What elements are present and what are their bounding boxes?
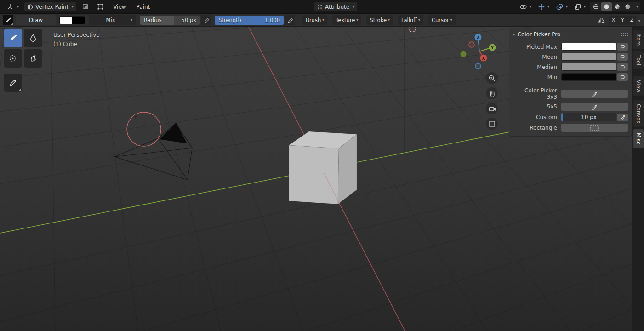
gizmo-neg-z-ball[interactable] (475, 63, 481, 69)
gizmos-dropdown[interactable]: ▾ (536, 2, 551, 11)
chevron-down-icon: ▾ (388, 18, 390, 22)
shading-material-button[interactable] (612, 2, 622, 11)
chevron-down-icon: ▾ (131, 18, 132, 22)
tab-misc[interactable]: Misc (633, 129, 644, 148)
row-label: Custom (513, 114, 557, 120)
face-mask-toggle[interactable] (79, 2, 91, 11)
panel-collapse-icon[interactable]: ▾ (513, 33, 515, 37)
paint-color-swatches (59, 16, 85, 24)
tool-settings-bar: Draw Mix ▾ Radius 50 px Strength 1.000 B… (0, 14, 644, 27)
popover-stroke[interactable]: Stroke▾ (366, 15, 393, 25)
brush-preview-button[interactable] (3, 15, 13, 25)
drag-handle-icon[interactable] (621, 33, 628, 36)
rectangle-select-button[interactable] (561, 124, 628, 132)
camera-view-button[interactable] (486, 103, 498, 114)
menu-paint[interactable]: Paint (133, 2, 154, 12)
custom-slider-indicator (561, 113, 563, 121)
attribute-label: Attribute (325, 4, 349, 10)
xray-dropdown[interactable]: ▾ (572, 2, 587, 11)
min-sample-button[interactable] (617, 73, 628, 81)
popover-brush[interactable]: Brush▾ (302, 15, 327, 25)
picker-row-3x3: Color Picker 3x3 (513, 87, 628, 100)
min-swatch[interactable] (561, 73, 616, 81)
sample-screen-icon (620, 54, 626, 60)
tool-blur-button[interactable] (24, 29, 42, 47)
popover-falloff[interactable]: Falloff▾ (398, 15, 423, 25)
editor-type-dropdown[interactable]: ▾ (4, 2, 22, 12)
shading-wireframe-button[interactable] (591, 2, 601, 11)
tab-view[interactable]: View (633, 76, 644, 96)
draw-brush-icon (8, 33, 18, 43)
visibility-dropdown[interactable]: ▾ (518, 2, 533, 11)
shading-options-dropdown[interactable]: ▾ (633, 4, 640, 10)
tool-draw-button[interactable] (4, 29, 22, 47)
radius-label: Radius (144, 17, 182, 23)
tab-canvas[interactable]: Canvas (633, 100, 644, 127)
gizmo-y-label: Y (490, 46, 494, 50)
mirror-z-button[interactable]: Z (627, 16, 636, 25)
radius-pressure-button[interactable] (201, 15, 211, 25)
eyedropper-icon (592, 103, 598, 110)
median-swatch[interactable] (561, 63, 616, 71)
shading-solid-button[interactable] (601, 2, 612, 11)
tool-annotate-button[interactable] (4, 74, 22, 92)
row-label: Mean (513, 54, 557, 60)
editor-type-icon (6, 3, 14, 11)
blur-droplet-icon (28, 33, 38, 43)
sidebar-tab-strip: Item Tool View Canvas Misc (632, 27, 644, 331)
mean-sample-button[interactable] (617, 53, 628, 61)
chevron-down-icon: ▾ (353, 5, 354, 9)
menu-view[interactable]: View (109, 2, 130, 12)
blend-mode-dropdown[interactable]: Mix ▾ (89, 15, 136, 25)
attribute-dropdown[interactable]: Attribute ▾ (314, 2, 357, 11)
picker-3x3-button[interactable] (561, 90, 628, 98)
strength-value: 1.000 (265, 17, 280, 23)
primary-color-swatch[interactable] (60, 17, 72, 24)
gizmo-neg-x-ball[interactable] (469, 42, 474, 47)
sample-screen-icon (620, 74, 626, 80)
row-label: Rectangle (513, 125, 557, 131)
ortho-toggle-button[interactable] (486, 118, 498, 130)
pan-button[interactable] (486, 87, 498, 99)
tool-smear-button[interactable] (24, 49, 42, 68)
cube-object[interactable] (289, 131, 357, 204)
cursor-3d (406, 27, 418, 34)
popover-texture[interactable]: Texture▾ (332, 15, 361, 25)
toolbar-options-dropdown[interactable]: ▾ (636, 16, 641, 24)
tab-tool[interactable]: Tool (633, 51, 644, 69)
viewport-3d[interactable]: Z Y X User Perspective (1) Cube (0, 27, 644, 331)
brush-name-button[interactable]: Draw (16, 15, 56, 25)
median-sample-button[interactable] (617, 63, 628, 71)
chevron-down-icon: ▾ (566, 5, 568, 9)
mode-dropdown[interactable]: Vertex Paint ▾ (24, 2, 76, 11)
color-row-mean: Mean (513, 53, 628, 61)
custom-size-slider[interactable]: 10 px (561, 113, 616, 121)
mirror-y-button[interactable]: Y (618, 16, 627, 25)
vertex-mask-icon (97, 3, 104, 10)
tool-average-button[interactable] (4, 49, 22, 68)
gizmo-neg-y-ball[interactable] (461, 51, 467, 57)
picked-max-sample-button[interactable] (617, 43, 628, 51)
navigation-gizmo[interactable]: Z Y X (461, 34, 496, 69)
material-sphere-icon (614, 3, 621, 10)
radius-slider[interactable]: Radius 50 px (140, 16, 200, 25)
overlays-dropdown[interactable]: ▾ (554, 2, 570, 11)
zoom-button[interactable] (486, 72, 498, 84)
mirror-x-button[interactable]: X (609, 16, 618, 25)
popover-label: Cursor (432, 17, 449, 23)
tab-item[interactable]: Item (633, 30, 644, 49)
picked-max-swatch[interactable] (561, 43, 616, 51)
picker-5x5-button[interactable] (561, 103, 628, 111)
wireframe-sphere-icon (593, 3, 599, 10)
picker-custom-button[interactable] (617, 114, 628, 121)
row-label: Median (513, 64, 557, 70)
popover-label: Falloff (401, 17, 417, 23)
strength-slider[interactable]: Strength 1.000 (215, 16, 284, 25)
popover-cursor[interactable]: Cursor▾ (428, 15, 456, 25)
panel-header[interactable]: ▾ Color Picker Pro (513, 30, 628, 40)
vertex-mask-toggle[interactable] (94, 2, 107, 11)
mean-swatch[interactable] (561, 53, 616, 61)
shading-rendered-button[interactable] (622, 2, 633, 11)
secondary-color-swatch[interactable] (72, 17, 85, 24)
strength-pressure-button[interactable] (285, 15, 295, 25)
